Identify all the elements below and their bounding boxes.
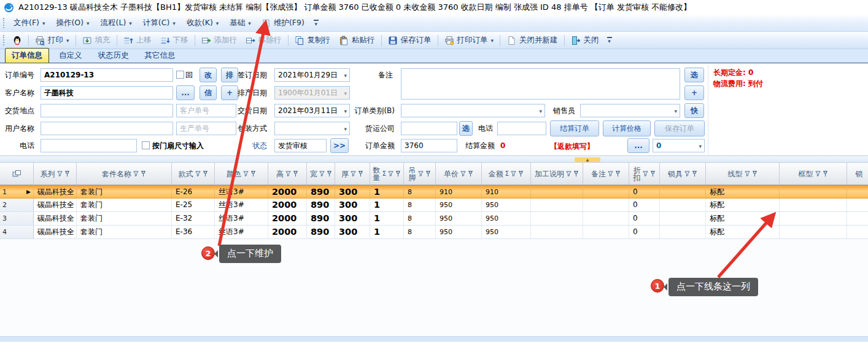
customer-browse-button[interactable]: ... bbox=[176, 85, 195, 100]
cell-数量[interactable]: 1 bbox=[370, 199, 404, 211]
column-header-单价[interactable]: 单价 bbox=[436, 163, 482, 184]
amount-combo[interactable]: 0▾ bbox=[653, 139, 705, 152]
filter-icon[interactable] bbox=[684, 171, 690, 176]
column-header-线型[interactable]: 线型 bbox=[706, 163, 780, 184]
row-indicator-header[interactable] bbox=[0, 163, 34, 184]
cell-线型[interactable]: 标配 bbox=[706, 199, 780, 211]
toolbar-grip[interactable] bbox=[3, 35, 5, 45]
cell-宽[interactable]: 890 bbox=[307, 212, 335, 225]
chevron-down-icon[interactable]: ▾ bbox=[674, 104, 677, 117]
pin-icon[interactable] bbox=[692, 170, 697, 177]
cell-框型[interactable] bbox=[780, 226, 847, 238]
toolbar-button-移除行[interactable]: 移除行 bbox=[241, 33, 286, 47]
cell-单价[interactable]: 910 bbox=[436, 186, 482, 198]
calc-price-button[interactable]: 计算价格 bbox=[603, 120, 651, 136]
filter-icon[interactable] bbox=[815, 171, 821, 176]
toolbar-overflow-button[interactable]: ▾ bbox=[605, 36, 614, 45]
column-header-锁[interactable]: 锁 bbox=[847, 163, 868, 184]
filter-icon[interactable] bbox=[418, 171, 424, 176]
cell-厚[interactable]: 300 bbox=[335, 199, 370, 211]
toolbar-button-qq[interactable] bbox=[8, 34, 26, 47]
filter-icon[interactable] bbox=[243, 171, 249, 176]
menu-item[interactable]: 文件(F)▾ bbox=[8, 15, 50, 31]
column-header-高[interactable]: 高 bbox=[268, 163, 307, 184]
tab-其它信息[interactable]: 其它信息 bbox=[139, 49, 182, 63]
cell-高[interactable]: 2000 bbox=[268, 226, 307, 238]
freight-company-input[interactable] bbox=[401, 122, 457, 135]
filter-icon[interactable] bbox=[511, 171, 516, 176]
column-header-款式[interactable]: 款式 bbox=[172, 163, 215, 184]
table-row[interactable]: 3碳晶科技全套装门E-32丝语3#2000890300189509500标配 bbox=[0, 212, 868, 226]
filter-icon[interactable] bbox=[285, 171, 291, 176]
cell-宽[interactable]: 890 bbox=[307, 226, 335, 238]
tab-订单信息[interactable]: 订单信息 bbox=[5, 48, 49, 63]
menu-item[interactable]: 操作(O)▾ bbox=[50, 15, 95, 31]
customer-order-no-input[interactable]: 客户单号 bbox=[176, 104, 236, 117]
column-header-数量[interactable]: 数量Σ bbox=[370, 163, 404, 184]
refund-note-link[interactable]: 【返款填写】 bbox=[550, 141, 594, 152]
column-header-备注[interactable]: 备注 bbox=[583, 163, 629, 184]
pin-icon[interactable] bbox=[141, 170, 146, 177]
toolbar-button-打印[interactable]: 打印▾ bbox=[31, 33, 74, 47]
tab-状态历史[interactable]: 状态历史 bbox=[92, 49, 135, 63]
message-button[interactable]: 信 bbox=[200, 85, 217, 100]
pin-icon[interactable] bbox=[823, 170, 828, 177]
column-header-框型[interactable]: 框型 bbox=[780, 163, 847, 184]
row-indicator-cell[interactable]: 2 bbox=[0, 199, 34, 211]
menubar-overflow-button[interactable]: ▾ bbox=[311, 18, 321, 28]
cell-框型[interactable] bbox=[780, 186, 847, 198]
row-indicator-cell[interactable]: 1▶ bbox=[0, 186, 34, 198]
pin-icon[interactable] bbox=[425, 170, 431, 177]
customer-input[interactable]: 子墨科技 bbox=[41, 86, 173, 100]
cell-金额[interactable]: 950 bbox=[482, 212, 531, 225]
cell-备注[interactable] bbox=[583, 212, 629, 225]
cell-款式[interactable]: E-36 bbox=[172, 226, 215, 238]
cell-厚[interactable]: 300 bbox=[335, 212, 370, 225]
cell-高[interactable]: 2000 bbox=[268, 212, 307, 225]
form-grid-splitter[interactable]: ▲ bbox=[0, 155, 868, 163]
toolbar-button-填充[interactable]: 填充 bbox=[78, 33, 115, 47]
filter-icon[interactable] bbox=[351, 171, 356, 176]
pin-icon[interactable] bbox=[327, 170, 332, 177]
pin-icon[interactable] bbox=[358, 170, 363, 177]
cell-折扣[interactable]: 0 bbox=[629, 212, 660, 225]
cell-吊脚[interactable]: 8 bbox=[404, 212, 436, 225]
cell-数量[interactable]: 1 bbox=[370, 226, 404, 238]
cell-高[interactable]: 2000 bbox=[268, 186, 307, 198]
pin-icon[interactable] bbox=[468, 170, 473, 177]
cell-系列[interactable]: 碳晶科技全 bbox=[34, 199, 77, 211]
column-header-颜色[interactable]: 颜色 bbox=[215, 163, 268, 184]
salesman-select[interactable]: ▾ bbox=[580, 104, 680, 117]
sign-date-input[interactable]: 2021年01月29日▾ bbox=[274, 68, 350, 82]
cell-备注[interactable] bbox=[583, 226, 629, 238]
filter-icon[interactable] bbox=[608, 171, 613, 176]
chevron-down-icon[interactable]: ▾ bbox=[539, 104, 542, 117]
cell-金额[interactable]: 910 bbox=[482, 186, 531, 198]
filter-icon[interactable] bbox=[388, 171, 393, 176]
table-row[interactable]: 1▶碳晶科技全套装门E-26丝语3#2000890300189109100标配 bbox=[0, 185, 868, 199]
cell-折扣[interactable]: 0 bbox=[629, 226, 660, 238]
cell-套件名称[interactable]: 套装门 bbox=[77, 186, 172, 198]
filter-icon[interactable] bbox=[745, 171, 750, 176]
modify-button[interactable]: 改 bbox=[200, 68, 217, 82]
cell-线型[interactable]: 标配 bbox=[706, 226, 780, 238]
cell-加工说明[interactable] bbox=[531, 186, 583, 198]
pin-icon[interactable] bbox=[64, 170, 70, 177]
pin-icon[interactable] bbox=[518, 170, 524, 177]
freight-phone-input[interactable] bbox=[497, 122, 546, 135]
pin-icon[interactable] bbox=[250, 170, 256, 177]
cell-颜色[interactable]: 丝语3# bbox=[215, 186, 268, 198]
pin-icon[interactable] bbox=[650, 170, 656, 177]
cell-吊脚[interactable]: 8 bbox=[404, 186, 436, 198]
cell-数量[interactable]: 1 bbox=[370, 212, 404, 225]
menu-item[interactable]: 计算(C)▾ bbox=[138, 15, 181, 31]
filter-icon[interactable] bbox=[566, 171, 572, 176]
cell-厚[interactable]: 300 bbox=[335, 186, 370, 198]
toolbar-button-复制行[interactable]: 复制行 bbox=[290, 33, 335, 47]
sum-icon[interactable]: Σ bbox=[505, 170, 509, 177]
toolbar-button-粘贴行[interactable]: 粘贴行 bbox=[335, 33, 379, 47]
filter-icon[interactable] bbox=[319, 171, 325, 176]
column-header-套件名称[interactable]: 套件名称 bbox=[77, 163, 172, 184]
cell-加工说明[interactable] bbox=[531, 226, 583, 238]
phone-input[interactable] bbox=[41, 139, 137, 152]
